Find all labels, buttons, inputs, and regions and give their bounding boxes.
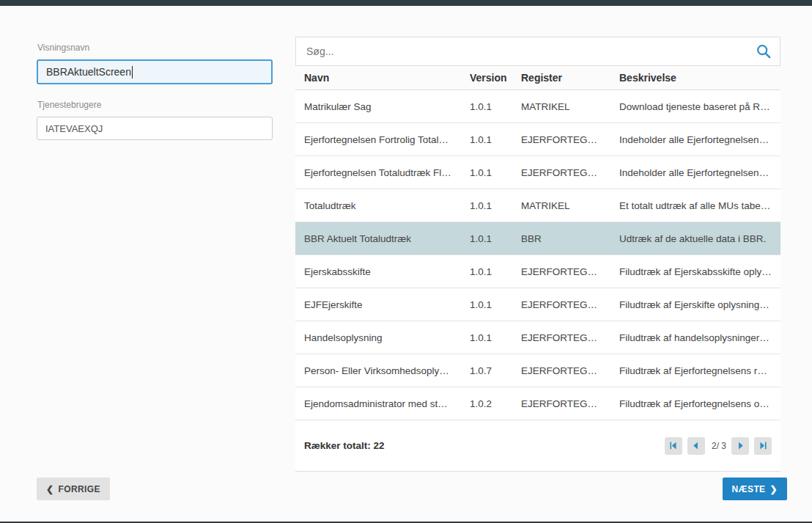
table-row[interactable]: Totaludtræk1.0.1MATRIKELEt totalt udtræk…	[295, 189, 780, 222]
tjenestebrugere-label: Tjenestebrugere	[37, 100, 273, 110]
visningsnavn-value: BBRAktueltScreen	[46, 66, 131, 78]
table-row[interactable]: Matrikulær Sag1.0.1MATRIKELDownload tjen…	[295, 90, 780, 123]
visningsnavn-input[interactable]: BBRAktueltScreen	[37, 59, 273, 84]
cell-register: MATRIKEL	[512, 90, 610, 123]
chevron-right-icon: ❯	[770, 485, 778, 494]
table-row[interactable]: Person- Eller Virksomhedsoplysning1.0.7E…	[295, 354, 780, 387]
column-header-version: Version	[461, 66, 512, 90]
cell-version: 1.0.2	[461, 387, 512, 420]
row-total-label: Rækker totalt: 22	[304, 440, 385, 451]
cell-navn: Ejendomsadministrator med stam…	[295, 387, 461, 420]
table-body: Matrikulær Sag1.0.1MATRIKELDownload tjen…	[295, 90, 780, 420]
first-page-icon	[668, 441, 678, 450]
column-header-navn: Navn	[295, 66, 461, 90]
table-row[interactable]: Ejerfortegnelsen Totaludtræk Flad1.0.1EJ…	[295, 156, 780, 189]
cell-navn: BBR Aktuelt Totaludtræk	[295, 222, 461, 255]
cell-navn: Ejerfortegnelsen Totaludtræk Flad	[295, 156, 461, 189]
cell-beskrivelse: Filudtræk af Ejerfortegnelsens oply…	[610, 387, 780, 420]
cell-register: EJERFORTEGNE…	[512, 156, 610, 189]
column-header-register: Register	[512, 66, 610, 90]
search-input[interactable]	[305, 45, 750, 58]
pagination: 2/ 3	[660, 437, 772, 455]
left-form-panel: Visningsnavn BBRAktueltScreen Tjenestebr…	[37, 43, 273, 140]
cell-beskrivelse: Et totalt udtræk af alle MUs tabelle…	[610, 189, 780, 222]
cell-version: 1.0.1	[461, 222, 512, 255]
cell-navn: Matrikulær Sag	[295, 90, 461, 123]
top-header-bar	[0, 0, 812, 6]
column-header-beskrivelse: Beskrivelse	[610, 66, 780, 90]
cell-version: 1.0.1	[461, 321, 512, 354]
cell-navn: Ejerskabsskifte	[295, 255, 461, 288]
cell-register: BBR	[512, 222, 610, 255]
chevron-left-icon: ❮	[46, 485, 53, 494]
cell-navn: Totaludtræk	[295, 189, 461, 222]
cell-beskrivelse: Udtræk af de aktuelle data i BBR.	[610, 222, 780, 255]
visningsnavn-label: Visningsnavn	[37, 43, 273, 53]
forrige-button-label: FORRIGE	[58, 484, 100, 494]
tjenestebrugere-value: IATEVAEXQJ	[45, 123, 103, 134]
cell-beskrivelse: Filudtræk af Ejerskabsskifte oplysn…	[610, 255, 780, 288]
cell-register: EJERFORTEGNE…	[512, 123, 610, 156]
table-header-row: Navn Version Register Beskrivelse	[295, 66, 780, 90]
next-page-icon	[736, 441, 745, 450]
naeste-button[interactable]: NÆSTE ❯	[723, 478, 787, 500]
table-row[interactable]: Ejendomsadministrator med stam…1.0.2EJER…	[295, 387, 780, 420]
cell-beskrivelse: Filudtræk af handelsoplysninger re…	[610, 321, 780, 354]
forrige-button[interactable]: ❮ FORRIGE	[37, 478, 110, 500]
search-box	[295, 37, 780, 66]
cell-beskrivelse: Indeholder alle Ejerfortegnelsens f…	[610, 123, 780, 156]
cell-register: EJERFORTEGNE…	[512, 288, 610, 321]
table-footer: Rækker totalt: 22 2/ 3	[295, 420, 780, 472]
cell-version: 1.0.7	[461, 354, 512, 387]
cell-register: EJERFORTEGNE…	[512, 354, 610, 387]
last-page-icon	[759, 441, 768, 450]
naeste-button-label: NÆSTE	[732, 484, 766, 494]
table-row[interactable]: Handelsoplysning1.0.1EJERFORTEGNE…Filudt…	[295, 321, 780, 354]
cell-navn: EJFEjerskifte	[295, 288, 461, 321]
cell-beskrivelse: Indeholder alle Ejerfortegnelsens f…	[610, 156, 780, 189]
table-row[interactable]: BBR Aktuelt Totaludtræk1.0.1BBRUdtræk af…	[295, 222, 780, 255]
text-cursor	[132, 66, 133, 78]
cell-version: 1.0.1	[461, 156, 512, 189]
last-page-button[interactable]	[754, 437, 772, 455]
cell-version: 1.0.1	[461, 189, 512, 222]
cell-version: 1.0.1	[461, 255, 512, 288]
cell-register: EJERFORTEGNE…	[512, 321, 610, 354]
cell-register: EJERFORTEGNE…	[512, 387, 610, 420]
cell-beskrivelse: Filudtræk af Ejerfortegnelsens regi…	[610, 354, 780, 387]
cell-version: 1.0.1	[461, 288, 512, 321]
cell-navn: Ejerfortegnelsen Fortrolig Totaludt…	[295, 123, 461, 156]
table-row[interactable]: EJFEjerskifte1.0.1EJERFORTEGNE…Filudtræk…	[295, 288, 780, 321]
search-icon[interactable]	[756, 44, 771, 59]
table-row[interactable]: Ejerskabsskifte1.0.1EJERFORTEGNE…Filudtr…	[295, 255, 780, 288]
cell-beskrivelse: Filudtræk af Ejerskifte oplysninger …	[610, 288, 780, 321]
next-page-button[interactable]	[731, 437, 749, 455]
cell-beskrivelse: Download tjeneste baseret på RES…	[610, 90, 780, 123]
services-table: Navn Version Register Beskrivelse Matrik…	[295, 66, 780, 420]
first-page-button[interactable]	[665, 437, 682, 455]
table-row[interactable]: Ejerfortegnelsen Fortrolig Totaludt…1.0.…	[295, 123, 780, 156]
prev-page-icon	[691, 441, 701, 450]
prev-page-button[interactable]	[687, 437, 705, 455]
cell-version: 1.0.1	[461, 90, 512, 123]
cell-navn: Handelsoplysning	[295, 321, 461, 354]
tjenestebrugere-input[interactable]: IATEVAEXQJ	[37, 117, 273, 140]
page-indicator: 2/ 3	[712, 441, 726, 451]
cell-navn: Person- Eller Virksomhedsoplysning	[295, 354, 461, 387]
cell-version: 1.0.1	[461, 123, 512, 156]
cell-register: EJERFORTEGNE…	[512, 255, 610, 288]
cell-register: MATRIKEL	[512, 189, 610, 222]
service-table-panel: Navn Version Register Beskrivelse Matrik…	[295, 37, 780, 472]
